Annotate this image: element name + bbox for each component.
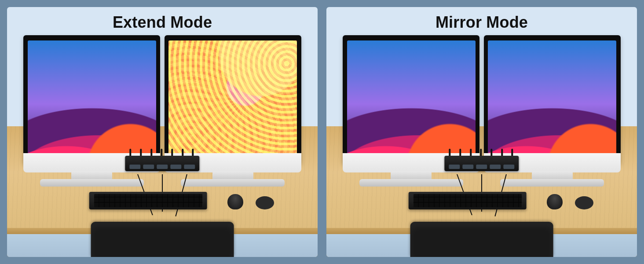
port-icon bbox=[129, 165, 140, 169]
panel-extend-mode: Extend Mode bbox=[7, 7, 318, 257]
keyboard bbox=[89, 192, 207, 210]
monitor-right bbox=[484, 35, 621, 164]
monitor-left bbox=[343, 35, 479, 164]
monitor-pair bbox=[326, 35, 637, 164]
scene bbox=[326, 32, 637, 257]
monitor-right bbox=[165, 35, 301, 164]
kvm-switch bbox=[125, 149, 199, 171]
port-icon bbox=[449, 165, 460, 169]
kvm-ports bbox=[449, 165, 514, 169]
port-icon bbox=[462, 165, 473, 169]
monitor-foot bbox=[181, 179, 285, 187]
scene bbox=[7, 32, 318, 257]
port-icon bbox=[184, 165, 195, 169]
monitor-foot bbox=[40, 179, 144, 187]
panel-title: Mirror Mode bbox=[326, 13, 637, 32]
port-icon bbox=[170, 165, 181, 169]
monitor-pair bbox=[7, 35, 318, 164]
kvm-body bbox=[125, 156, 199, 172]
panel-mirror-mode: Mirror Mode bbox=[326, 7, 637, 257]
screen-content bbox=[28, 40, 156, 156]
monitor-foot bbox=[359, 179, 463, 187]
port-icon bbox=[476, 165, 487, 169]
port-icon bbox=[143, 165, 154, 169]
kvm-switch bbox=[444, 149, 519, 171]
port-icon bbox=[490, 165, 501, 169]
panel-title: Extend Mode bbox=[7, 13, 318, 32]
screen-content bbox=[347, 40, 476, 156]
mouse bbox=[227, 194, 243, 210]
port-icon bbox=[157, 165, 168, 169]
screen-content bbox=[168, 40, 297, 156]
keyboard bbox=[409, 192, 527, 210]
monitor-foot bbox=[500, 179, 604, 187]
port-icon bbox=[504, 165, 515, 169]
comparison-graphic: Extend Mode bbox=[0, 0, 644, 264]
office-chair bbox=[410, 222, 553, 257]
mouse bbox=[547, 194, 562, 210]
screen-content bbox=[488, 40, 616, 156]
kvm-ports bbox=[129, 165, 195, 169]
office-chair bbox=[91, 222, 234, 257]
kvm-body bbox=[444, 156, 519, 172]
monitor-left bbox=[23, 35, 160, 164]
